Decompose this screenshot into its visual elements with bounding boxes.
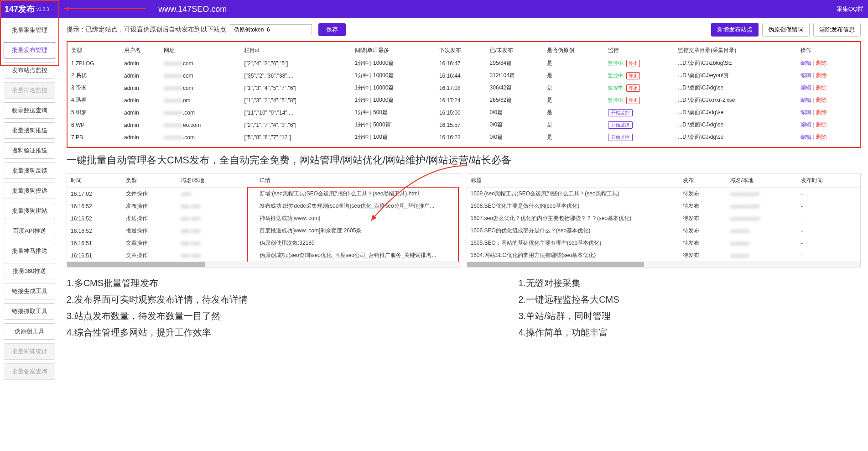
sidebar-item[interactable]: 百度API推送 (4, 223, 55, 239)
sidebar-item[interactable]: 链接抓取工具 (4, 303, 55, 320)
token-input[interactable] (230, 24, 312, 35)
sidebar-item[interactable]: 批量360推送 (4, 263, 55, 279)
sidebar-item[interactable]: 批量采集管理 (4, 22, 55, 38)
app-title: 147发布 (5, 4, 35, 15)
log-row: 16:17:02文件操作com新增:(seo黑帽工具)SEO会运用到些什么工具？… (67, 188, 461, 200)
table-header: 用户名 (122, 44, 162, 57)
sidebar-item: 批量备案查询 (4, 363, 55, 380)
sidebar-item[interactable]: 批量发布管理 (4, 42, 55, 58)
scrollbar[interactable] (67, 262, 461, 267)
tip-text: 提示：已绑定站点，可设置伪原创后自动发布到以下站点 (67, 26, 226, 34)
log-row: 16:16:51文章操作ww com伪原创成功:(seo查询)seo优化_百度s… (67, 249, 461, 262)
clear-publish-button[interactable]: 清除发布信息 (813, 23, 861, 37)
start-button[interactable]: 开始监控 (608, 109, 633, 116)
log-row: 1608.SEO优化主要是做什么的(seo基本优化)待发布xxxxxxxcom- (467, 200, 861, 212)
delete-link[interactable]: 删除 (816, 134, 827, 140)
log-row: 1605.SEO：网站的基础优化主要有哪些(seo基本优化)待发布xxxxxxx… (467, 237, 861, 249)
edit-link[interactable]: 编辑 (800, 134, 811, 140)
sidebar-item[interactable]: 收录数据查询 (4, 102, 55, 119)
sidebar-item[interactable]: 搜狗验证推送 (4, 142, 55, 159)
save-button[interactable]: 保存 (318, 23, 346, 36)
log-header: 标题 (467, 174, 680, 188)
log-row: 16:16:52发布操作ww com发布成功:织梦dede采集规则(seo查询)… (67, 200, 461, 212)
log-row: 16:16:52推送操作ww com百度推送成功[www. com]剩余额度:2… (67, 225, 461, 237)
stop-button[interactable]: 停止 (626, 97, 640, 104)
delete-link[interactable]: 删除 (816, 109, 827, 115)
monitor-status: 监控中. (608, 60, 624, 66)
feature-item: 3.站点发布数量，待发布数量一目了然 (67, 308, 409, 324)
qq-group-link[interactable]: 采集QQ群 (837, 5, 863, 13)
stop-button[interactable]: 停止 (626, 60, 640, 67)
stop-button[interactable]: 停止 (626, 72, 640, 79)
log-row: 1606.SEO的优化组成部分是什么？(seo基本优化)待发布xxxxxxx- (467, 225, 861, 237)
app-header: 147发布 v1.2.3 www.147SEO.com 采集QQ群 (0, 0, 868, 18)
log-header: 发布 (679, 174, 727, 188)
sidebar-item[interactable]: 链接生成工具 (4, 283, 55, 299)
edit-link[interactable]: 编辑 (800, 121, 811, 128)
sidebar-item[interactable]: 批量搜狗推送 (4, 122, 55, 139)
start-button[interactable]: 开始监控 (608, 121, 633, 129)
table-row: 2.易优adminxxxxxxxcom["35","2","36","38",.… (69, 69, 858, 82)
log-panel-left: 时间类型域名/本地详情 16:17:02文件操作com新增:(seo黑帽工具)S… (67, 173, 461, 267)
table-header: 已/未发布 (488, 44, 545, 57)
delete-link[interactable]: 删除 (816, 121, 827, 128)
features: 1.多CMS批量管理发布2.发布界面可实时观察发布详情，待发布详情3.站点发布数… (67, 275, 861, 341)
edit-link[interactable]: 编辑 (800, 60, 811, 66)
sites-table: 类型用户名网址栏目id间隔|单日最多下次发布已/未发布是否伪原创监控监控文章目录… (69, 44, 858, 143)
sidebar-item[interactable]: 批量搜狗投诉 (4, 183, 55, 199)
table-header: 网址 (162, 44, 243, 57)
sidebar-item[interactable]: 伪原创工具 (4, 323, 55, 340)
log-row: 16:16:52推送操作ww com神马推送成功[www. com] (67, 212, 461, 225)
log-row: 1604.网站SEO优化的常用方法有哪些(seo基本优化)待发布xxxxxxx- (467, 249, 861, 262)
table-row: 3.帝国adminxxxxxxxcom["1","3","4","5","7",… (69, 82, 858, 94)
sidebar-item: 批量排名监控 (4, 82, 55, 99)
table-header: 监控文章目录(采集目录) (676, 44, 799, 57)
feature-item: 1.多CMS批量管理发布 (67, 275, 409, 291)
log-header: 时间 (67, 174, 122, 188)
log-row: 1607.seo怎么优化？优化的内容主要包括哪些？？？(seo基本优化)待发布x… (467, 212, 861, 225)
main-slogan: 一键批量自动管理各大CMS发布，全自动完全免费，网站管理/网站优化/网站维护/网… (67, 153, 861, 167)
app-url: www.147SEO.com (158, 5, 227, 14)
table-header: 操作 (799, 44, 858, 57)
sites-table-box: 类型用户名网址栏目id间隔|单日最多下次发布已/未发布是否伪原创监控监控文章目录… (67, 41, 861, 148)
sidebar-item[interactable]: 批量神马推送 (4, 243, 55, 259)
top-bar: 提示：已绑定站点，可设置伪原创后自动发布到以下站点 保存 新增发布站点 伪原创保… (67, 23, 861, 37)
table-row: 6.WPadminxxxxxxxeo.com["2","1","7","4","… (69, 119, 858, 131)
edit-link[interactable]: 编辑 (800, 84, 811, 91)
sidebar-item[interactable]: 批量搜狗反馈 (4, 163, 55, 179)
feature-item: 2.发布界面可实时观察发布详情，待发布详情 (67, 291, 409, 308)
log-header: 类型 (122, 174, 177, 188)
start-button[interactable]: 开始监控 (608, 134, 633, 141)
edit-link[interactable]: 编辑 (800, 72, 811, 79)
sidebar-item[interactable]: 发布站点监控 (4, 62, 55, 79)
log-header: 详情 (256, 174, 461, 188)
sidebar-item: 批量蜘蛛统计 (4, 343, 55, 360)
monitor-status: 监控中. (608, 73, 624, 78)
log-header: 发布时间 (797, 174, 860, 188)
feature-item: 3.单站/站群，同时管理 (519, 308, 861, 324)
edit-link[interactable]: 编辑 (800, 97, 811, 103)
keep-words-button[interactable]: 伪原创保留词 (762, 23, 810, 37)
table-header: 下次发布 (437, 44, 488, 57)
delete-link[interactable]: 删除 (816, 97, 827, 103)
delete-link[interactable]: 删除 (816, 60, 827, 66)
log-row: 1609.(seo黑帽工具)SEO会运用到些什么工具？(seo黑帽工具)待发布x… (467, 188, 861, 200)
scrollbar[interactable] (467, 262, 861, 267)
delete-link[interactable]: 删除 (816, 72, 827, 79)
edit-link[interactable]: 编辑 (800, 109, 811, 115)
table-row: 4.迅睿adminxxxxxxxom["1","3","2","4","5","… (69, 94, 858, 106)
feature-item: 1.无缝对接采集 (519, 275, 861, 291)
sidebar: 批量采集管理批量发布管理发布站点监控批量排名监控收录数据查询批量搜狗推送搜狗验证… (0, 18, 59, 387)
delete-link[interactable]: 删除 (816, 84, 827, 91)
table-row: 7.PBadminxxxxxxx.com["5","8","6","7","12… (69, 131, 858, 143)
sidebar-item[interactable]: 批量搜狗绑站 (4, 203, 55, 219)
stop-button[interactable]: 停止 (626, 84, 640, 92)
monitor-status: 监控中. (608, 97, 624, 103)
feature-item: 2.一键远程监控各大CMS (519, 291, 861, 308)
table-header: 监控 (606, 44, 676, 57)
monitor-status: 监控中. (608, 85, 624, 90)
table-header: 是否伪原创 (545, 44, 606, 57)
log-row: 16:16:51文章操作ww com伪原创使用次数:32180 (67, 237, 461, 249)
table-header: 类型 (69, 44, 122, 57)
add-site-button[interactable]: 新增发布站点 (711, 23, 759, 37)
